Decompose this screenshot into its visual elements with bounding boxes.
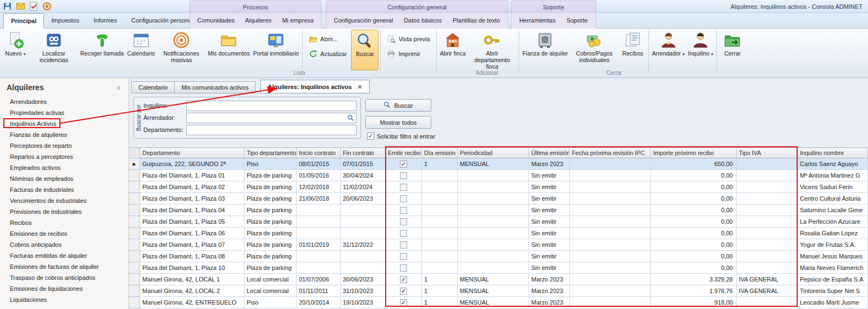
grid-row[interactable]: Plaza del Diamant, 1, Plaza 03Plaza de p… — [129, 193, 868, 205]
sidebar-item-perceptores-de-reparto[interactable]: Perceptores de reparto — [0, 140, 129, 151]
ribbon-button-actualizar[interactable]: Actualizar — [305, 48, 350, 60]
emitir-recibo-checkbox[interactable] — [400, 207, 407, 214]
ribbon-button-localizar-incidencias[interactable]: Localizar incidencias — [29, 30, 79, 70]
grid-column-header-inquilino-nombre[interactable]: Inquilino nombre — [798, 148, 868, 158]
ribbon-button-abrir[interactable]: Abrir... — [305, 33, 350, 45]
emitir-recibo-checkbox[interactable] — [400, 184, 407, 191]
notifications-icon[interactable] — [42, 2, 52, 11]
lookup-magnifier-icon[interactable] — [346, 114, 355, 122]
grid-column-header-fecha-próxima-revisión-ipc[interactable]: Fecha próxima revisión IPC — [570, 148, 651, 158]
view-tab-calendario[interactable]: Calendario — [131, 81, 175, 93]
ribbon-tab-datos-básicos[interactable]: Datos básicos — [400, 13, 445, 29]
grid-row[interactable]: Plaza del Diamant, 1, Plaza 10Plaza de p… — [129, 262, 868, 274]
sidebar-item-cobros-anticipados[interactable]: Cobros anticipados — [0, 239, 129, 250]
sidebar-item-emisiones-de-recibos[interactable]: Emisiones de recibos — [0, 228, 129, 239]
view-tab-alquileres-inquilinos-activos[interactable]: Alquileres: Inquilinos activos✕ — [260, 80, 369, 93]
emitir-recibo-checkbox[interactable] — [400, 230, 407, 237]
sidebar-item-liquidaciones[interactable]: Liquidaciones — [0, 294, 129, 305]
ribbon-button-recoger-llamada[interactable]: Recoger llamada — [79, 30, 125, 70]
ribbon-tab-herramientas[interactable]: Herramientas — [516, 13, 559, 29]
grid-row[interactable]: ▶Guipuzcoa, 222, SEGUNDO 2ªPiso08/01/201… — [129, 158, 868, 170]
grid-row[interactable]: Plaza del Diamant, 1, Plaza 02Plaza de p… — [129, 181, 868, 193]
ribbon-button-fianza-de-alquiler[interactable]: Fianza de alquiler — [521, 30, 570, 70]
ribbon-tab-configuración-general[interactable]: Configuración general — [331, 13, 397, 29]
ribbon-button-buscar[interactable]: Buscar — [351, 30, 379, 70]
grid-column-header-departamento[interactable]: Departamento — [140, 148, 244, 158]
ribbon-tab-alquileres[interactable]: Alquileres — [242, 13, 275, 29]
ribbon-button-inquilino[interactable]: Inquilino ▾ — [686, 30, 715, 70]
grid-row[interactable]: Manuel Girona, 42, ENTRESUELOPiso20/10/2… — [129, 297, 868, 308]
grid-column-header-periodicidad[interactable]: Periodicidad — [458, 148, 529, 158]
view-tab-mis-comunicados-activos[interactable]: Mis comunicados activos — [175, 81, 255, 93]
grid-row[interactable]: Plaza del Diamant, 1, Plaza 04Plaza de p… — [129, 205, 868, 216]
tasks-icon[interactable] — [29, 2, 38, 11]
sidebar-item-nóminas-de-empleados[interactable]: Nóminas de empleados — [0, 173, 129, 184]
grid-column-header-emitir-recibo[interactable]: Emitir recibo — [386, 148, 422, 158]
ribbon-button-imprimir[interactable]: Imprimir — [383, 48, 433, 60]
ribbon-tab-soporte[interactable]: Soporte — [563, 13, 591, 29]
sidebar-item-repartos-a-perceptores[interactable]: Repartos a perceptores — [0, 151, 129, 162]
emitir-recibo-checkbox[interactable] — [400, 264, 407, 272]
sidebar-item-emisiones-de-liquidaciones[interactable]: Emisiones de liquidaciones — [0, 283, 129, 294]
grid-row[interactable]: Plaza del Diamant, 1, Plaza 06Plaza de p… — [129, 228, 868, 239]
grid-row[interactable]: Manuel Girona, 42, LOCAL 1Local comercia… — [129, 274, 868, 285]
sidebar-item-recibos[interactable]: Recibos — [0, 217, 129, 228]
ribbon-tab-mi-empresa[interactable]: Mi empresa — [279, 13, 316, 29]
emitir-recibo-checkbox[interactable] — [400, 172, 407, 179]
sidebar-item-arrendadores[interactable]: Arrendadores — [0, 96, 129, 107]
ribbon-button-mis-documentos[interactable]: Mis documentos — [206, 30, 251, 70]
departamento-input[interactable] — [186, 125, 357, 135]
arrendador-input[interactable] — [186, 113, 357, 123]
sidebar-item-emisiones-de-facturas-de-alquiler[interactable]: Emisiones de facturas de alquiler — [0, 261, 129, 272]
emitir-recibo-checkbox[interactable] — [400, 218, 407, 225]
ribbon-button-abrir-finca[interactable]: Abrir finca — [438, 30, 468, 70]
sidebar-item-empleados-activos[interactable]: Empleados activos — [0, 162, 129, 173]
grid-column-header-inicio-contrato[interactable]: Inicio contrato — [297, 148, 341, 158]
emitir-recibo-checkbox[interactable] — [400, 195, 407, 202]
ribbon-tab-plantillas-de-texto[interactable]: Plantillas de texto — [449, 13, 503, 29]
buscar-button[interactable]: Buscar — [365, 99, 431, 112]
emitir-recibo-checkbox[interactable]: ✓ — [400, 161, 407, 168]
sidebar-item-facturas-de-industriales[interactable]: Facturas de industriales — [0, 184, 129, 195]
grid-column-header-fin-contrato[interactable]: Fin contrato — [341, 148, 386, 158]
grid-column-header-tipo-departamento[interactable]: Tipo departamento — [244, 148, 297, 158]
inquilino-input[interactable] — [186, 101, 357, 111]
emitir-recibo-checkbox[interactable]: ✓ — [400, 288, 407, 295]
grid-column-header-importe-próximo-recibo[interactable]: Importe próximo recibo — [651, 148, 737, 158]
ribbon-tab-impuestos[interactable]: Impuestos — [44, 13, 86, 29]
sidebar-item-fianzas-de-alquileres[interactable]: Fianzas de alquileres — [0, 129, 129, 140]
sidebar-item-propiedades-activas[interactable]: Propiedades activas — [0, 107, 129, 118]
emitir-recibo-checkbox[interactable] — [400, 241, 407, 249]
sidebar-item-facturas-emitidas-de-alquiler[interactable]: Facturas emitidas de alquiler — [0, 250, 129, 261]
grid-column-header-día-emisión[interactable]: Día emisión — [422, 148, 458, 158]
ribbon-button-cobros-pagos-individuales[interactable]: Cobros/Pagos individuales — [570, 30, 619, 70]
sidebar-item-traspaso-de-cobros-anticipados[interactable]: Traspaso de cobros anticipados — [0, 272, 129, 283]
ribbon-button-portal-inmobiliario[interactable]: Portal inmobiliario — [252, 30, 301, 70]
emitir-recibo-checkbox[interactable] — [400, 253, 407, 260]
mostrar-todos-button[interactable]: Mostrar todos — [365, 116, 431, 129]
ribbon-button-abrir-departamento-finca[interactable]: Abrir departamento finca — [468, 30, 517, 70]
grid-column-header-última-emisión[interactable]: Última emisión — [529, 148, 570, 158]
ribbon-button-arrendador[interactable]: Arrendador ▾ — [650, 30, 686, 70]
mail-icon[interactable] — [16, 2, 25, 11]
ribbon-tab-principal[interactable]: Principal — [3, 13, 44, 29]
emitir-recibo-checkbox[interactable]: ✓ — [400, 299, 407, 306]
grid-row[interactable]: Plaza del Diamant, 1, Plaza 08Plaza de p… — [129, 251, 868, 262]
sidebar-item-previsiones-de-industriales[interactable]: Previsiones de industriales — [0, 206, 129, 217]
grid-row[interactable]: Plaza del Diamant, 1, Plaza 07Plaza de p… — [129, 239, 868, 251]
grid-row[interactable]: Plaza del Diamant, 1, Plaza 01Plaza de p… — [129, 170, 868, 181]
sidebar-collapse-button[interactable]: ‹ — [114, 83, 123, 92]
sidebar-item-vencimientos-de-industriales[interactable]: Vencimientos de industriales — [0, 195, 129, 206]
ribbon-button-recibos[interactable]: Recibos — [619, 30, 647, 70]
ribbon-tab-informes[interactable]: Informes — [86, 13, 124, 29]
ribbon-button-calendario[interactable]: Calendario — [125, 30, 157, 70]
grid-row[interactable]: Manuel Girona, 42, LOCAL 2Local comercia… — [129, 285, 868, 297]
ribbon-button-cerrar[interactable]: Cerrar — [719, 30, 746, 70]
tab-close-icon[interactable]: ✕ — [357, 80, 362, 93]
grid-row[interactable]: Plaza del Diamant, 1, Plaza 05Plaza de p… — [129, 216, 868, 228]
filter-checkbox[interactable]: ✓ — [367, 133, 374, 140]
ribbon-button-notificaciones-masivas[interactable]: Notificaciones masivas — [157, 30, 206, 70]
ribbon-tab-comunidades[interactable]: Comunidades — [194, 13, 238, 29]
grid-column-header-tipo-iva[interactable]: Tipo IVA — [737, 148, 798, 158]
save-icon[interactable] — [3, 2, 12, 11]
